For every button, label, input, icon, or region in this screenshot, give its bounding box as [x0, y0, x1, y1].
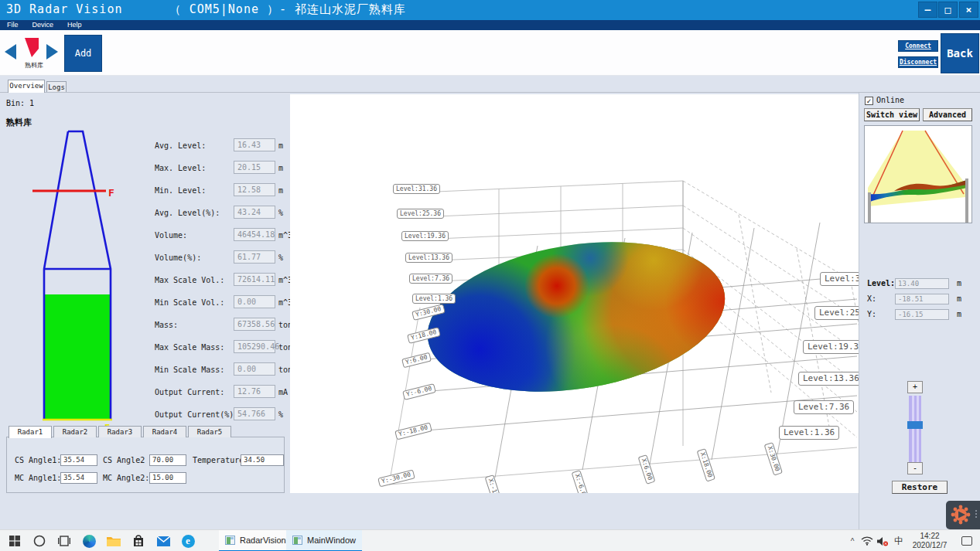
cross-section-thumbnail[interactable]	[864, 125, 972, 223]
readout-field[interactable]: -16.15	[895, 309, 949, 320]
store-icon[interactable]	[127, 530, 150, 551]
file-explorer-icon[interactable]	[102, 530, 125, 551]
stat-value-field[interactable]: 105290.46	[234, 340, 275, 353]
stat-value-field[interactable]: 0.00	[234, 362, 275, 376]
next-bin-arrow-icon[interactable]	[46, 44, 58, 60]
stat-value-field[interactable]: 72614.11	[234, 273, 275, 286]
app-window-icon	[292, 536, 302, 545]
tray-time: 14:22	[920, 532, 939, 541]
stat-value-field[interactable]: 61.77	[234, 250, 275, 264]
clock[interactable]: 14:22 2020/12/7	[907, 530, 952, 551]
zoom-slider-handle[interactable]	[907, 421, 923, 429]
minimize-button[interactable]: –	[918, 2, 937, 18]
level-tick-label: Level:31.36	[393, 184, 440, 194]
stat-row: Avg. Level:16.43m	[155, 135, 290, 158]
restore-button[interactable]: Restore	[892, 481, 948, 494]
menu-item-file[interactable]: File	[0, 20, 26, 30]
radar-field-input[interactable]: 15.00	[149, 472, 186, 484]
level-tick-label: Level:31.36	[820, 272, 859, 286]
advanced-button[interactable]: Advanced	[923, 108, 972, 121]
stat-value-field[interactable]: 16.43	[234, 138, 275, 151]
stat-unit: m	[278, 164, 283, 172]
zoom-out-button[interactable]: -	[907, 462, 923, 474]
stat-value-field[interactable]: 54.766	[234, 407, 275, 420]
stat-label: Min. Level:	[155, 186, 206, 195]
readout-unit: m	[957, 310, 961, 318]
stat-value-field[interactable]: 12.76	[234, 385, 275, 398]
mail-icon[interactable]	[152, 530, 175, 551]
stat-unit: m	[278, 141, 283, 150]
stat-label: Volume:	[155, 231, 187, 240]
task-view-icon[interactable]	[53, 530, 76, 551]
level-tick-label: Level:1.36	[412, 294, 456, 304]
recorder-gear-icon	[950, 504, 971, 525]
title-bar: 3D Radar Vision （ COM5|None ）- 祁连山水泥厂熟料库…	[0, 0, 980, 20]
connect-button[interactable]: Connect	[898, 40, 938, 52]
surface-3d-view[interactable]: Level:31.36Level:25.36Level:19.36Level:1…	[290, 94, 859, 493]
stat-row: Min. Level:12.58m	[155, 180, 290, 202]
volume-muted-icon[interactable]	[875, 530, 890, 551]
zoom-in-button[interactable]: +	[907, 381, 923, 393]
stat-value-field[interactable]: 43.24	[234, 206, 275, 219]
stat-value-field[interactable]: 46454.18	[234, 228, 275, 241]
readout-field[interactable]: 13.40	[895, 278, 949, 289]
search-icon[interactable]	[28, 530, 51, 551]
radar-tab-2[interactable]: Radar2	[53, 426, 97, 437]
ime-indicator[interactable]: 中	[890, 530, 907, 551]
stat-value-field[interactable]: 12.58	[234, 183, 275, 196]
view-control-panel: ✓ Online Switch view Advanced	[859, 93, 980, 529]
level-tick-label: Level:19.36	[803, 340, 859, 354]
maximize-button[interactable]: □	[938, 2, 958, 18]
hidden-icons-chevron[interactable]: ^	[845, 530, 859, 551]
start-button[interactable]	[3, 530, 26, 551]
stat-unit: m	[278, 186, 283, 195]
prev-bin-arrow-icon[interactable]	[5, 44, 16, 60]
back-button[interactable]: Back	[941, 33, 979, 73]
stat-label: Output Current:	[155, 388, 224, 396]
disconnect-button[interactable]: Disconnect	[898, 56, 938, 68]
radar-tab-4[interactable]: Radar4	[143, 426, 186, 437]
bin-pin-icon[interactable]	[23, 37, 40, 59]
stat-label: Min Scale Vol.:	[155, 298, 224, 307]
readout-field[interactable]: -18.51	[895, 294, 949, 304]
radar-field-input[interactable]: 35.54	[60, 454, 97, 466]
bin-id-label: Bin: 1	[6, 99, 34, 107]
menu-item-device[interactable]: Device	[26, 20, 61, 30]
stat-row: Max Scale Vol.:72614.11m^3	[155, 270, 290, 292]
radar-field-input[interactable]: 34.50	[241, 454, 284, 466]
stat-value-field[interactable]: 67358.56	[234, 318, 275, 331]
stat-unit: %	[278, 410, 283, 419]
radar-tab-5[interactable]: Radar5	[188, 426, 231, 437]
stat-label: Avg. Level(%):	[155, 209, 220, 217]
close-button[interactable]: ×	[959, 2, 978, 18]
silo-fill-level	[45, 294, 110, 419]
radar-field-label: MC Angle2:	[103, 474, 149, 482]
readout-unit: m	[957, 279, 961, 287]
tab-overview[interactable]: Overview	[8, 80, 45, 93]
stat-value-field[interactable]: 0.00	[234, 295, 275, 308]
radar-tab-1[interactable]: Radar1	[9, 426, 52, 438]
zoom-slider-track[interactable]	[909, 396, 921, 462]
radar-field-label: MC Angle1:	[15, 474, 61, 482]
online-checkbox[interactable]: ✓	[865, 97, 873, 105]
readout-label: X:	[867, 294, 876, 303]
wifi-icon[interactable]	[859, 530, 875, 551]
menu-bar: FileDeviceHelp	[0, 20, 980, 30]
internet-explorer-icon[interactable]: e	[176, 530, 200, 551]
taskbar-window-2[interactable]: MainWindow	[286, 530, 362, 551]
edge-browser-icon[interactable]	[77, 530, 101, 551]
stat-value-field[interactable]: 20.15	[234, 161, 275, 174]
menu-item-help[interactable]: Help	[60, 20, 89, 30]
radar-field-input[interactable]: 70.00	[149, 454, 186, 466]
stat-row: Volume:46454.18m^3	[155, 225, 290, 247]
action-center-icon[interactable]	[957, 530, 977, 551]
switch-view-button[interactable]: Switch view	[864, 108, 920, 121]
tab-logs[interactable]: Logs	[46, 81, 67, 93]
recorder-menu-dots-icon[interactable]	[975, 508, 978, 519]
level-tick-label: Level:25.36	[814, 306, 859, 320]
radar-tab-3[interactable]: Radar3	[98, 426, 142, 437]
add-button[interactable]: Add	[64, 35, 102, 72]
screen-recorder-widget[interactable]	[946, 501, 980, 529]
stat-row: Output Current(%):54.766%	[155, 404, 290, 427]
radar-field-input[interactable]: 35.54	[60, 472, 97, 484]
